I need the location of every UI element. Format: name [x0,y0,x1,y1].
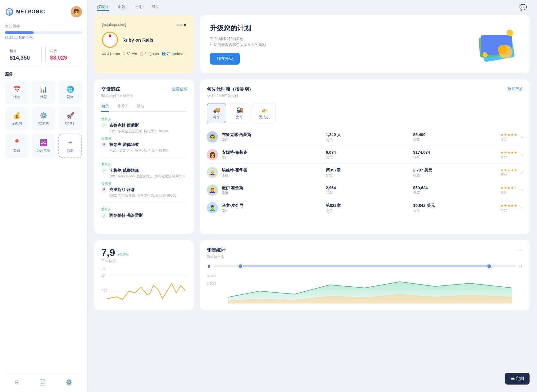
upgrade-title: 升级您的计划 [210,24,469,33]
sender-icon-2: ✓ [101,168,107,173]
agent-arrow-2[interactable]: › [521,152,523,157]
range-handle-right[interactable] [487,264,492,269]
service-item-care[interactable]: 🚀 护理卡 [58,107,82,130]
range-handle-left[interactable] [238,264,243,269]
agent-add-button[interactable]: 添加产品 [508,86,523,92]
customize-button[interactable]: ☰ 定制 [505,373,530,385]
agent-rating-1: ★★★★★ 评分 [500,133,517,142]
service-name-utilities: 公用事业 [37,148,50,153]
receiver-row-2: 📍 克里斯汀·沃森 [101,187,187,193]
nav-dashboard[interactable]: 仪表板 [97,4,109,11]
agent-card: 领先代理商（按类别） 添加产品 总计 424,567 次交付 🚚 货车 🚂 火车… [200,80,530,234]
sidebar-header: METRONIC 🧑 [5,6,82,17]
truck-label: 货车 [213,115,220,120]
receiver-address-1: 星家大道2464号 梅萨, 新泽西州 45463 [101,148,187,153]
spend-label: 花费 [50,49,77,53]
upgrade-button[interactable]: 现在升级 [210,53,240,65]
agent-star-lbl-1: 评分 [500,137,517,142]
agent-rating-5: ★★★★★ 评分 [500,203,517,212]
budget-label: 预算 [10,49,37,53]
logo: METRONIC [5,7,45,16]
chart-label: 平均位置 [101,258,187,264]
service-name-finance: 金融的 [12,121,22,126]
agent-tab-train[interactable]: 🚂 火车 [230,103,249,123]
file-icon[interactable]: 📄 [39,379,46,386]
agent-star-lbl-2: 评分 [500,155,517,159]
mini-chart-svg: 10 7.75 [101,272,187,306]
agent-arrow-5[interactable]: › [521,205,523,210]
chart-change: +2.2% [117,253,128,257]
course-students: 👥 72 students [162,52,184,56]
agent-info-2: 安妮特·布莱克 南区 [222,150,322,160]
sender-icon-3: ✓ [101,213,107,218]
svg-point-12 [483,52,487,57]
main: 仪表板 页数 应用 帮助 💬 [biqubiqu.com] [87,0,537,392]
delivery-view-all[interactable]: 查看全部 [172,87,187,92]
service-item-utilities[interactable]: ♾️ 公用事业 [32,134,55,158]
agent-arrow-4[interactable]: › [521,188,523,193]
agent-stat-tx-2: 6,074 交货 [326,150,409,159]
agent-tx-lbl-5: 交货 [326,208,409,213]
agent-info-1: 布鲁克林·西蒙斯 南区 [222,132,322,142]
nav-apps[interactable]: 应用 [134,4,143,11]
delivery-item-1: 发件人 ✓ 布鲁克林·西蒙斯 6391 埃尔全圣塞里斯, 特拉华州 10299 … [101,117,187,157]
course-logo [102,32,118,48]
layers-icon[interactable]: ⊞ [15,379,20,386]
agent-arrow-1[interactable]: › [521,134,523,139]
sender-name-1: 布鲁克林·西蒙斯 [109,123,139,128]
sender-address-1: 6391 埃尔全圣塞里斯, 特拉华州 10299 [101,129,187,134]
service-item-tech[interactable]: ⚙️ 技术的 [32,107,55,130]
receiver-icon-2: 📍 [101,187,107,193]
goal-section: 你的目标 已达到目标的 37% [5,24,82,40]
delivery-tabs: 新的 准备中 船运 [101,103,187,112]
receiver-label-1: 接收者 [101,136,187,141]
settings-icon[interactable]: ⚙️ [66,379,72,386]
range-slider[interactable] [214,265,516,267]
sales-menu[interactable]: ··· [516,247,523,253]
course-duration: ⏱ 50 Min [122,52,137,56]
sender-row-2: ✓ 卡梅伦·威廉姆森 [101,168,187,173]
sender-row-3: ✓ 阿尔伯特·弗洛雷斯 [101,213,187,218]
agent-rev-val-2: $174,074 [413,150,497,155]
budget-value: $14,350 [10,55,37,61]
agent-rev-lbl-4: 收益 [413,190,497,195]
chart-area: 10 10 7.75 [101,267,187,302]
network-icon: 🌐 [66,85,74,93]
agent-star-lbl-3: 评分 [500,172,517,177]
agent-tab-truck[interactable]: 🚚 货车 [207,103,226,123]
tab-shipping[interactable]: 船运 [136,103,144,112]
agent-avatar-1: 👨 [207,131,218,143]
sales-title: 销售统计 [207,247,225,253]
agent-stat-tx-4: 2,954 交货 [326,185,409,195]
course-dot [109,34,111,37]
agent-row-5: 👨‍🦱 马文·麦金尼 南区 第822章 交货 19,842 美元 收益 [207,199,523,217]
agent-tab-drone[interactable]: 🚁 无人机 [253,103,276,123]
service-item-hospitality[interactable]: 📍 数待 [5,134,29,158]
tab-preparing[interactable]: 准备中 [117,103,129,112]
range-fill [241,265,489,267]
agent-name-1: 布鲁克林·西蒙斯 [222,132,322,138]
agent-info-3: 埃丝特·霍华德 南区 [222,167,322,178]
agent-tx-val-4: 2,954 [326,185,409,190]
students-icon: 👥 [162,52,166,56]
agent-stars-5: ★★★★★ [500,203,517,208]
agent-tabs: 🚚 货车 🚂 火车 🚁 无人机 [207,103,523,123]
service-item-activity[interactable]: 📅 活动 [5,81,29,104]
agent-region-1: 南区 [222,138,322,142]
tab-new[interactable]: 新的 [101,103,109,112]
service-item-finance[interactable]: 💰 金融的 [5,107,29,130]
nav-help[interactable]: 帮助 [151,4,159,11]
chat-icon[interactable]: 💬 [519,4,527,11]
sales-chart-area: 3,000 2,500 [207,272,523,303]
nav-pages[interactable]: 页数 [118,4,126,11]
services-label: 服务 [5,71,82,77]
agenda-icon: 📋 [139,52,144,56]
agent-rev-val-5: 19,842 美元 [413,203,497,208]
service-item-network[interactable]: 🌐 网络 [58,81,82,104]
service-item-add[interactable]: + 添新 [58,134,82,158]
sender-label-3: 发件人 [101,207,187,212]
agent-stat-rev-4: $59,634 收益 [413,185,497,195]
agent-arrow-3[interactable]: › [521,170,523,175]
avatar[interactable]: 🧑 [71,6,82,17]
service-item-insurance[interactable]: 📊 保险 [32,81,55,104]
